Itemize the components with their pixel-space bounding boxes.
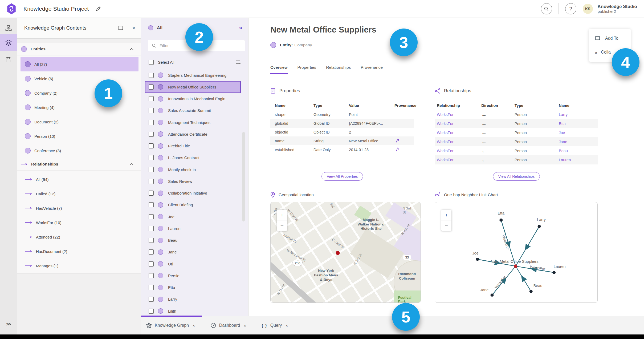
map-card[interactable]: k RdSalW Clay StE Clay Starshall StW Mar…: [270, 202, 421, 303]
chevron-up-icon[interactable]: [130, 163, 134, 166]
graph-item-row[interactable]: Firebird Title: [145, 140, 241, 152]
item-checkbox[interactable]: [149, 96, 154, 101]
relationship-type-item[interactable]: WorksFor (10): [21, 215, 138, 230]
provenance-flag-icon[interactable]: [394, 138, 399, 144]
link-chart-card[interactable]: WorksForWorksForWorksForEttaLarryJoeLaur…: [435, 202, 598, 303]
provenance-flag-icon[interactable]: [394, 147, 399, 152]
entities-section-header[interactable]: Entities: [17, 43, 141, 55]
relationship-link[interactable]: WorksFor: [437, 149, 454, 153]
person-node[interactable]: [538, 225, 541, 228]
item-checkbox[interactable]: [149, 238, 154, 243]
related-entity-link[interactable]: Jane: [559, 140, 567, 144]
item-checkbox[interactable]: [149, 285, 154, 290]
flyout-item-add-to[interactable]: Add To: [589, 31, 631, 45]
user-avatar[interactable]: KS: [583, 4, 593, 14]
related-entity-link[interactable]: Etta: [559, 122, 566, 126]
view-all-properties-button[interactable]: View All Properties: [321, 172, 363, 181]
zoom-in-button[interactable]: +: [441, 210, 451, 220]
graph-item-row[interactable]: Larry: [145, 293, 241, 305]
entity-type-item[interactable]: All (27): [21, 57, 138, 71]
graph-item-row[interactable]: Sales Associate Summit: [145, 105, 241, 116]
item-checkbox[interactable]: [149, 73, 154, 78]
related-entity-link[interactable]: Lauren: [559, 158, 571, 162]
item-checkbox[interactable]: [149, 120, 154, 125]
item-checkbox[interactable]: [149, 226, 154, 231]
close-panel-icon[interactable]: ×: [132, 25, 135, 31]
item-checkbox[interactable]: [149, 167, 154, 172]
graph-item-row[interactable]: Sales Review: [145, 175, 241, 187]
add-to-new-window-icon[interactable]: [235, 59, 241, 65]
item-checkbox[interactable]: [149, 191, 154, 196]
property-provenance[interactable]: [394, 145, 414, 154]
relationship-type-item[interactable]: Called (12): [21, 187, 138, 201]
view-tab-query[interactable]: { }Query×: [262, 323, 288, 328]
item-checkbox[interactable]: [149, 143, 154, 148]
close-tab-icon[interactable]: ×: [193, 323, 195, 328]
relationship-link[interactable]: WorksFor: [437, 140, 454, 144]
graph-item-row[interactable]: Collaboration initiative: [145, 187, 241, 199]
graph-item-row[interactable]: Lauren: [145, 223, 241, 234]
item-checkbox[interactable]: [149, 155, 154, 160]
person-node[interactable]: [552, 271, 556, 274]
search-button[interactable]: [541, 3, 552, 14]
item-checkbox[interactable]: [149, 261, 154, 267]
select-all-checkbox[interactable]: [149, 60, 154, 65]
add-to-new-window-icon[interactable]: [118, 25, 124, 31]
graph-item-row[interactable]: Montly check-in: [145, 164, 241, 175]
item-checkbox[interactable]: [149, 179, 154, 184]
chevron-up-icon[interactable]: [130, 48, 134, 50]
close-tab-icon[interactable]: ×: [244, 323, 246, 328]
graph-item-row[interactable]: Persie: [145, 270, 241, 281]
entity-type-item[interactable]: Conference (3): [21, 143, 138, 158]
related-entity-link[interactable]: Joe: [559, 131, 565, 135]
graph-item-row[interactable]: Attendance Certificate: [145, 128, 241, 140]
item-checkbox[interactable]: [149, 108, 154, 113]
center-entity-node[interactable]: [514, 264, 517, 268]
entity-type-item[interactable]: Document (2): [21, 115, 138, 129]
view-tab-dashboard[interactable]: Dashboard×: [210, 322, 246, 328]
item-checkbox[interactable]: [149, 214, 154, 219]
item-checkbox[interactable]: [149, 273, 154, 278]
relationship-type-item[interactable]: All (54): [21, 172, 138, 187]
person-node[interactable]: [491, 293, 494, 297]
zoom-out-button[interactable]: −: [277, 220, 287, 231]
graph-item-row[interactable]: Etta: [145, 282, 241, 293]
tab-properties[interactable]: Properties: [297, 65, 316, 74]
tab-relationships[interactable]: Relationships: [326, 65, 351, 74]
zoom-out-button[interactable]: −: [441, 220, 451, 231]
graph-item-row[interactable]: L. Jones Contract: [145, 152, 241, 164]
view-all-relationships-button[interactable]: View All Relationships: [493, 172, 540, 181]
save-rail-button[interactable]: [0, 51, 17, 68]
relationship-type-item[interactable]: HasDocument (2): [21, 244, 138, 259]
related-entity-link[interactable]: Larry: [559, 112, 568, 117]
graph-item-row[interactable]: Joe: [145, 211, 241, 223]
graph-item-row[interactable]: Jane: [145, 246, 241, 258]
graph-item-row[interactable]: Staplers Mechanical Engineering: [145, 69, 241, 81]
property-provenance[interactable]: [394, 136, 414, 145]
relationship-link[interactable]: WorksFor: [437, 112, 454, 117]
related-entity-link[interactable]: Beau: [559, 149, 568, 153]
relationships-section-header[interactable]: Relationships: [17, 158, 141, 171]
collapse-panel-icon[interactable]: «: [239, 24, 242, 31]
expand-rail-icon[interactable]: >>: [0, 322, 17, 327]
graph-item-row[interactable]: New Metal Office Suppliers: [145, 81, 241, 93]
scrollbar-thumb[interactable]: [242, 132, 245, 221]
tab-overview[interactable]: Overview: [270, 65, 288, 74]
person-node[interactable]: [476, 258, 479, 261]
entity-type-item[interactable]: Person (10): [21, 129, 138, 143]
edit-title-icon[interactable]: [96, 6, 101, 11]
item-checkbox[interactable]: [149, 309, 154, 314]
item-checkbox[interactable]: [149, 202, 154, 207]
relationship-link[interactable]: WorksFor: [437, 131, 454, 135]
graph-item-row[interactable]: Beau: [145, 235, 241, 246]
entity-type-item[interactable]: Vehicle (6): [21, 71, 138, 86]
relationship-type-item[interactable]: HasVehicle (7): [21, 201, 138, 215]
view-tab-knowledge-graph[interactable]: Knowledge Graph×: [146, 322, 195, 328]
zoom-in-button[interactable]: +: [277, 210, 287, 220]
person-node[interactable]: [499, 219, 503, 222]
tab-provenance[interactable]: Provenance: [361, 65, 383, 74]
layers-rail-button[interactable]: [0, 34, 17, 51]
item-checkbox[interactable]: [149, 297, 154, 302]
graph-item-row[interactable]: Innovations in Mechanical Engin...: [145, 93, 241, 105]
entity-type-item[interactable]: Meeting (4): [21, 100, 138, 115]
